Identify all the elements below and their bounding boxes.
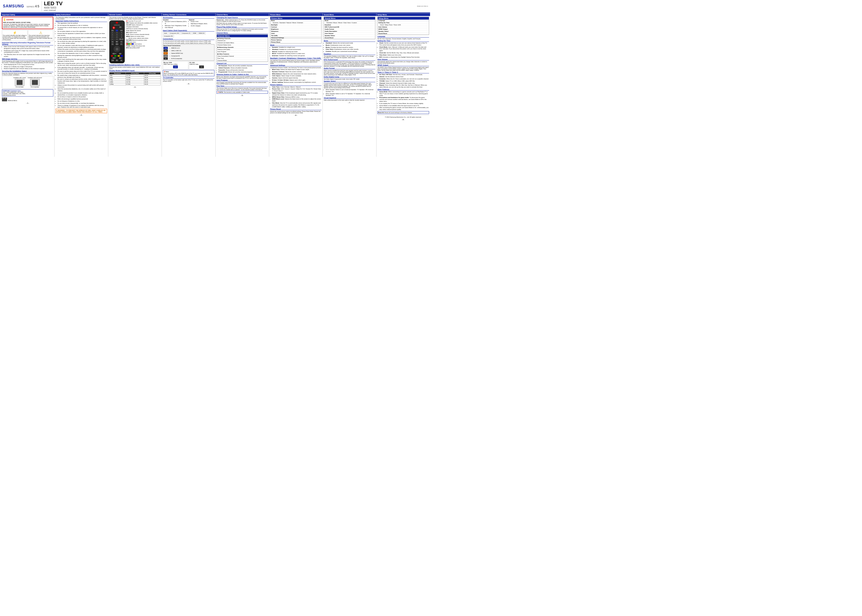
remote-control-image: SAMSUNG ⏻ SRC CH.L i CH.R 123 456 789 <box>109 20 125 63</box>
channel-list-header: Channel List <box>217 63 268 64</box>
auto-volume-desc: Automatically adjusts the volume level w… <box>378 61 429 64</box>
battery-header: Installing batteries (Battery size: AAA) <box>109 64 160 66</box>
page-container: SAMSUNG SERIES 4 5 LED TV 4000 5003 user… <box>1 0 430 157</box>
fine-tune-desc: This function helps you to fine tune a c… <box>217 88 268 90</box>
safety-items-list: This apparatus must be earthed. Do not e… <box>55 22 107 108</box>
equalizer-header: Equalizer <box>324 53 375 55</box>
caution-text: CAUTION: TO REDUCE THE RISK OF ELECTRIC … <box>3 24 52 28</box>
page-8: Setup Menu Setup Menu Language Setting t… <box>376 13 430 157</box>
page-number-6: - 6 - <box>270 115 321 116</box>
page-number-8: - 8 - <box>378 119 429 120</box>
language-header: Language <box>378 36 429 38</box>
symbol-box-2: ⚠ This symbol indicates that important l… <box>28 30 53 41</box>
page-5: Channel Menu Changing the Input Source S… <box>216 13 269 157</box>
page6-header: Picture Menu <box>269 13 322 16</box>
dolby-header: Dolby Digital Comp <box>324 76 375 78</box>
battery-text: Remove the remote control battery cover,… <box>109 66 160 69</box>
channel-menu-header: Channel Menu <box>217 32 268 34</box>
model-number: BN68-02176B-01 <box>417 5 428 7</box>
page-number-5: - 5 - <box>217 94 268 96</box>
picture-options-list: Color Tone: Cool / Normal / Warm1 / Warm… <box>270 86 321 108</box>
audio-format-header: Audio Format <box>324 68 375 69</box>
sound-mode-header: Mode <box>324 40 375 42</box>
dts-desc: DTS TruSurround is a patented DTS techno… <box>324 61 375 67</box>
page5-header: Channel Menu <box>216 13 269 16</box>
pc-note: 📌 Note When connecting a PC to the HDMI … <box>163 70 214 76</box>
display-modes-header: Display Modes (HDMI/DVI Input) <box>109 70 160 72</box>
spdif-desc: The SPDIF (Sony Philips Digital Interfac… <box>378 67 429 71</box>
warranty-info-header: Important Warranty Information Regarding… <box>2 42 53 46</box>
tv-controller-header: TV Controller <box>163 77 214 79</box>
user-manual-label: user manual <box>44 9 62 11</box>
page-number-4: - 4 - <box>163 83 214 85</box>
audio-format-desc: When sound is emitted from both the main… <box>324 70 375 75</box>
speaker-select-header: Speaker Select <box>324 80 375 82</box>
contact-info: SAMSUNG Customer Care USA: 1-800-SAMSUNG… <box>2 90 53 96</box>
symbol-box-1: ⚡ This symbol indicates that high voltag… <box>2 30 27 41</box>
page8-header: Setup Menu <box>376 13 430 16</box>
safety-items-header: Important Safety Instructions <box>55 20 107 22</box>
remote-desc: The remote control has Braille points on… <box>109 17 160 20</box>
page-1: Important Safety CAUTION RISK OF ELECTRI… <box>1 13 55 157</box>
dts-header: DTS TruSurround <box>324 59 375 61</box>
securing-header: Securing the Installation Space <box>2 70 53 72</box>
spdif-header: SPDIF Output <box>378 64 429 66</box>
securing-text: Keep the required distances between the … <box>2 73 53 75</box>
time-list: Clock: Set the current time so you can u… <box>378 42 429 58</box>
hdmi-connections: Blu-ray / DVD HDMI Cable (up to 1080p) H… <box>163 61 214 69</box>
fine-tune-header: Fine Tune <box>217 85 268 87</box>
channel-list-items: All Channels: Shows all currently availa… <box>217 65 268 73</box>
series-badge: SERIES 4 5 <box>27 4 39 8</box>
visual-impaired-header: Visual Impaired <box>324 97 375 99</box>
auto-prog-header: Auto Program <box>217 79 268 81</box>
still-image-header: Still image warning <box>2 58 53 60</box>
page7-header: Sound Menu <box>323 13 376 16</box>
input-cables-list: Audio Component (AV) Component (F) HDMI … <box>163 32 214 37</box>
accessories-grid: Included: Remote Control & Batteries (AA… <box>163 19 214 29</box>
antenna-header: Antenna (Switch to Cable / Switch to Air… <box>217 74 268 75</box>
plug-play-desc: When you turn the TV on for the first ti… <box>217 28 268 31</box>
antenna-desc: Before your television can begin memoris… <box>217 76 268 79</box>
page-6: Picture Menu Picture Menu Mode Dynamic /… <box>269 13 323 157</box>
page1-header: Important Safety <box>1 13 54 16</box>
installation-diagram: Installation with a stand 10 cm all side… <box>2 76 53 89</box>
setup-menu-box: Setup Menu Language Setting the Time Clo… <box>378 17 429 35</box>
safety-intro: The following safety instructions are fo… <box>55 17 107 20</box>
caution-title: CAUTION <box>6 19 13 20</box>
language-desc: Set the menu language. Choose between: E… <box>378 38 429 39</box>
picture-options-header: Picture Options <box>270 84 321 86</box>
other-features-header: Other Features <box>378 89 429 91</box>
still-image-list: Avoid displaying the TV for a long perio… <box>2 64 53 70</box>
backlight-desc: Your television has several setting opti… <box>270 60 321 64</box>
picture-reset-header: Picture Reset <box>270 108 321 110</box>
input-cables-header: Input Cables (Sold Separately) <box>163 30 214 31</box>
channel-note: 📌 NOTE: This function is only available … <box>217 91 268 94</box>
tv-controller-desc: The TV Controller on the bottom right si… <box>163 79 214 82</box>
visual-impaired-desc: Adds verbal description to the main audi… <box>324 99 375 101</box>
channel-menu-box: Channel Menu ▶ Seeing Channels Channel L… <box>217 35 268 62</box>
edit-name-desc: Edit Name lets you assign a device name … <box>217 22 268 25</box>
picture-menu-box: Picture Menu Mode Dynamic / Standard / N… <box>270 17 321 44</box>
warranty-list: Wide screen format LED Displays with asp… <box>2 46 53 58</box>
picture-mode-header: Mode <box>270 44 321 46</box>
accessories-header: Accessories <box>163 17 214 19</box>
page2-header: Safety Instructions <box>55 13 108 16</box>
hdmi-note: For the best picture and audio quality, … <box>163 42 214 44</box>
warning-box-2: ⚠ WARNING - TO PREVENT THE SPREAD OF FIR… <box>55 109 107 113</box>
connections-intro: For the best picture and audio quality, … <box>163 40 214 42</box>
other-features-list: Game Mode: When connecting to a game con… <box>378 91 429 111</box>
page3-header: Remote Control <box>108 13 162 16</box>
speaker-select-list: When Speaker Select is set to External S… <box>324 89 375 96</box>
page-number-3: - 3 - <box>109 86 160 88</box>
page-7: Sound Menu Sound Menu Mode Standard / Mu… <box>323 13 376 157</box>
display-modes-table: Resolution H.Freq (kHz) V.Freq (Hz) 480i… <box>109 72 160 85</box>
page-2: Safety Instructions The following safety… <box>55 13 108 157</box>
timer-header: Timer 1 / Timer 2 / Timer 3 <box>378 71 429 73</box>
product-subtitle: 4000 5003 <box>44 6 62 9</box>
source-list-desc: Source List – Select external input or T… <box>217 19 268 22</box>
samsung-logo: SAMSUNG <box>3 4 24 8</box>
connections-header: Connections <box>163 38 214 40</box>
changing-input-header: Changing the Input Source <box>217 17 268 19</box>
caution-subtitle: RISK OF ELECTRIC SHOCK, DO NOT OPEN <box>3 22 52 23</box>
barcode-area: BN68-02176B-01 <box>2 97 53 101</box>
